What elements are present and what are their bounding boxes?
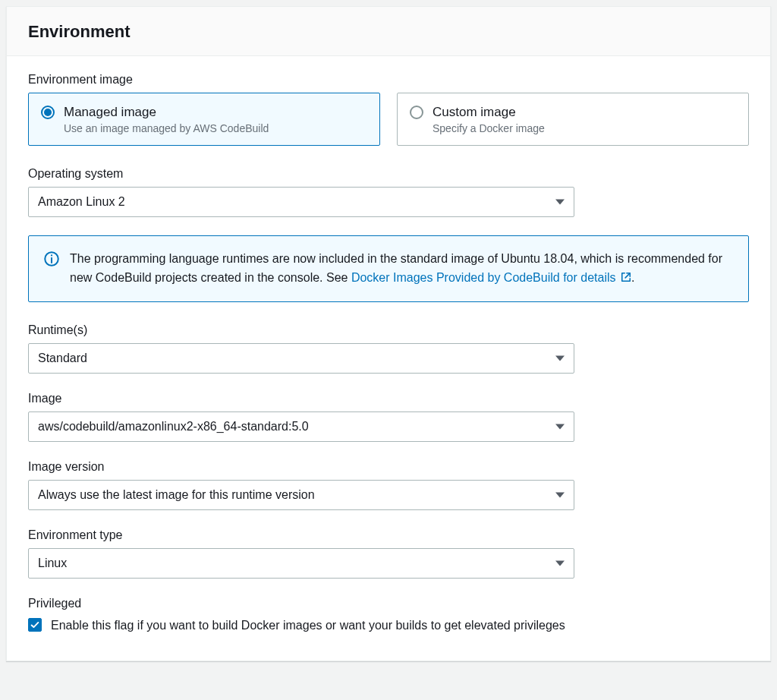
privileged-text: Enable this flag if you want to build Do… (51, 616, 565, 635)
image-version-value: Always use the latest image for this run… (38, 488, 315, 502)
runtime-value: Standard (38, 352, 87, 365)
image-version-group: Image version Always use the latest imag… (28, 460, 749, 510)
managed-image-title: Managed image (64, 104, 269, 121)
environment-type-group: Environment type Linux (28, 528, 749, 579)
docker-images-link[interactable]: Docker Images Provided by CodeBuild for … (351, 271, 631, 284)
panel-body: Environment image Managed image Use an i… (7, 56, 770, 661)
environment-image-label: Environment image (28, 73, 749, 87)
check-icon (30, 620, 40, 630)
privileged-checkbox-row: Enable this flag if you want to build Do… (28, 616, 749, 635)
radio-selected-icon (41, 106, 55, 119)
info-period: . (631, 271, 634, 284)
managed-image-radio[interactable]: Managed image Use an image managed by AW… (28, 93, 380, 146)
caret-down-icon (555, 424, 565, 429)
environment-panel: Environment Environment image Managed im… (6, 6, 771, 661)
info-text: The programming language runtimes are no… (70, 250, 731, 288)
operating-system-group: Operating system Amazon Linux 2 (28, 167, 749, 217)
environment-image-radios: Managed image Use an image managed by AW… (28, 93, 749, 146)
privileged-label: Privileged (28, 597, 749, 610)
runtime-select[interactable]: Standard (28, 343, 574, 374)
privileged-checkbox[interactable] (28, 618, 42, 632)
image-label: Image (28, 392, 749, 405)
svg-point-2 (51, 254, 52, 256)
operating-system-select[interactable]: Amazon Linux 2 (28, 187, 574, 217)
info-icon (44, 251, 59, 266)
image-value: aws/codebuild/amazonlinux2-x86_64-standa… (38, 420, 309, 434)
caret-down-icon (555, 355, 565, 361)
panel-title: Environment (28, 22, 749, 42)
caret-down-icon (555, 200, 565, 205)
image-version-label: Image version (28, 460, 749, 474)
operating-system-value: Amazon Linux 2 (38, 195, 125, 209)
environment-type-select[interactable]: Linux (28, 548, 574, 579)
environment-image-group: Environment image Managed image Use an i… (28, 73, 749, 146)
runtime-label: Runtime(s) (28, 323, 749, 337)
custom-image-desc: Specify a Docker image (433, 122, 545, 134)
custom-image-title: Custom image (433, 104, 545, 121)
external-link-icon (621, 270, 631, 280)
environment-type-label: Environment type (28, 528, 749, 542)
runtime-group: Runtime(s) Standard (28, 323, 749, 374)
radio-unselected-icon (410, 106, 423, 119)
panel-header: Environment (7, 7, 770, 56)
caret-down-icon (555, 492, 565, 497)
info-alert: The programming language runtimes are no… (28, 235, 749, 302)
caret-down-icon (555, 560, 565, 566)
environment-type-value: Linux (38, 557, 67, 570)
image-select[interactable]: aws/codebuild/amazonlinux2-x86_64-standa… (28, 411, 574, 442)
image-version-select[interactable]: Always use the latest image for this run… (28, 480, 574, 510)
image-group: Image aws/codebuild/amazonlinux2-x86_64-… (28, 392, 749, 442)
operating-system-label: Operating system (28, 167, 749, 181)
privileged-group: Privileged Enable this flag if you want … (28, 597, 749, 635)
managed-image-desc: Use an image managed by AWS CodeBuild (64, 122, 269, 134)
custom-image-radio[interactable]: Custom image Specify a Docker image (397, 93, 749, 146)
